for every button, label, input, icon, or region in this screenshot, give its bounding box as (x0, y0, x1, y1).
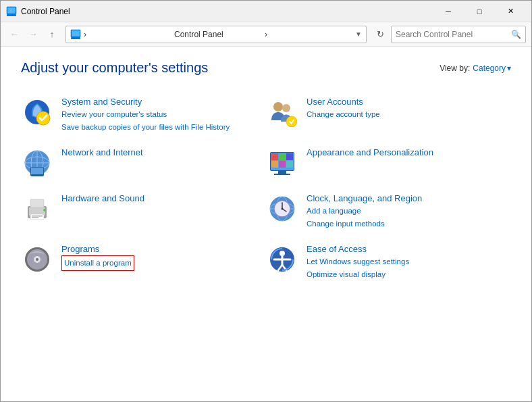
svg-rect-24 (286, 153, 293, 160)
clock-link-2[interactable]: Change input methods (307, 218, 504, 230)
category-programs: Programs Uninstall a program (21, 236, 266, 287)
hardware-icon (21, 193, 53, 225)
address-path: Control Panel (174, 30, 262, 39)
svg-rect-1 (7, 7, 16, 14)
network-content: Network and Internet (61, 147, 259, 159)
programs-content: Programs Uninstall a program (61, 243, 259, 271)
svg-point-48 (36, 258, 38, 261)
user-accounts-content: User Accounts Change account type (307, 96, 504, 121)
svg-rect-22 (271, 153, 278, 160)
search-icon: 🔍 (511, 30, 521, 39)
category-clock: Clock, Language, and Region Add a langua… (266, 186, 511, 236)
search-input[interactable] (396, 30, 508, 39)
ease-link-1[interactable]: Let Windows suggest settings (307, 255, 504, 268)
ease-of-access-content: Ease of Access Let Windows suggest setti… (307, 243, 504, 280)
svg-rect-25 (271, 161, 278, 168)
svg-rect-35 (32, 217, 38, 218)
hardware-title[interactable]: Hardware and Sound (61, 193, 259, 205)
appearance-content: Appearance and Personalization (307, 147, 504, 159)
search-bar[interactable]: 🔍 (391, 26, 526, 43)
app-icon (6, 6, 17, 17)
refresh-button[interactable]: ↻ (372, 26, 388, 43)
network-title[interactable]: Network and Internet (61, 147, 259, 159)
svg-rect-26 (279, 161, 286, 168)
appearance-icon (266, 147, 298, 179)
up-button[interactable]: ↑ (44, 26, 60, 43)
category-network: Network and Internet (21, 140, 266, 186)
svg-rect-2 (7, 14, 16, 16)
programs-link-1[interactable]: Uninstall a program (61, 255, 134, 270)
system-security-title[interactable]: System and Security (61, 96, 259, 108)
main-content: Adjust your computer's settings View by:… (1, 47, 531, 402)
page-header: Adjust your computer's settings View by:… (21, 60, 511, 76)
address-dropdown-icon[interactable]: ▼ (355, 30, 362, 38)
address-sep2: › (265, 30, 352, 39)
page-title: Adjust your computer's settings (21, 60, 208, 76)
svg-point-9 (282, 104, 290, 112)
categories-grid: System and Security Review your computer… (21, 89, 511, 287)
ease-link-2[interactable]: Optimize visual display (307, 268, 504, 280)
address-bar[interactable]: › Control Panel › ▼ (65, 26, 367, 43)
window-title: Control Panel (21, 7, 433, 16)
system-security-content: System and Security Review your computer… (61, 96, 259, 133)
system-security-link-2[interactable]: Save backup copies of your files with Fi… (61, 121, 259, 133)
clock-icon (266, 193, 298, 225)
address-text: › (84, 30, 171, 39)
hardware-content: Hardware and Sound (61, 193, 259, 205)
clock-content: Clock, Language, and Region Add a langua… (307, 193, 504, 230)
svg-rect-28 (278, 171, 286, 174)
user-accounts-link-1[interactable]: Change account type (307, 108, 504, 120)
svg-rect-5 (71, 37, 80, 39)
svg-point-36 (43, 209, 46, 211)
network-icon (21, 147, 53, 179)
svg-rect-33 (30, 214, 44, 220)
system-security-icon (21, 96, 53, 128)
category-appearance: Appearance and Personalization (266, 140, 511, 186)
window-controls: ─ □ ✕ (433, 1, 526, 22)
appearance-title[interactable]: Appearance and Personalization (307, 147, 504, 159)
maximize-button[interactable]: □ (464, 1, 495, 22)
category-system-security: System and Security Review your computer… (21, 89, 266, 140)
view-by-label: View by: (440, 64, 470, 73)
programs-title[interactable]: Programs (61, 243, 259, 255)
forward-button[interactable]: → (25, 26, 41, 43)
svg-rect-4 (72, 30, 80, 36)
category-hardware: Hardware and Sound (21, 186, 266, 236)
ease-of-access-icon (266, 243, 298, 276)
clock-link-1[interactable]: Add a language (307, 205, 504, 217)
view-by-chevron-icon: ▾ (507, 64, 511, 73)
address-icon (70, 29, 81, 40)
category-ease-of-access: Ease of Access Let Windows suggest setti… (266, 236, 511, 287)
nav-bar: ← → ↑ › Control Panel › ▼ ↻ 🔍 (1, 22, 531, 47)
svg-rect-29 (274, 174, 290, 175)
svg-rect-23 (279, 153, 286, 160)
user-accounts-icon (266, 96, 298, 128)
category-user-accounts: User Accounts Change account type (266, 89, 511, 140)
clock-title[interactable]: Clock, Language, and Region (307, 193, 504, 205)
view-by-control: View by: Category ▾ (440, 64, 511, 73)
svg-point-8 (273, 102, 283, 111)
ease-of-access-title[interactable]: Ease of Access (307, 243, 504, 255)
svg-rect-27 (286, 161, 293, 168)
system-security-link-1[interactable]: Review your computer's status (61, 108, 259, 120)
close-button[interactable]: ✕ (495, 1, 526, 22)
svg-rect-32 (30, 199, 44, 207)
svg-rect-34 (32, 216, 43, 217)
svg-point-10 (286, 116, 297, 127)
title-bar: Control Panel ─ □ ✕ (1, 1, 531, 22)
back-button[interactable]: ← (6, 26, 22, 43)
user-accounts-title[interactable]: User Accounts (307, 96, 504, 108)
svg-rect-18 (31, 168, 43, 174)
svg-rect-19 (35, 174, 39, 176)
view-by-dropdown[interactable]: Category ▾ (473, 64, 511, 73)
programs-icon (21, 243, 53, 276)
minimize-button[interactable]: ─ (433, 1, 464, 22)
